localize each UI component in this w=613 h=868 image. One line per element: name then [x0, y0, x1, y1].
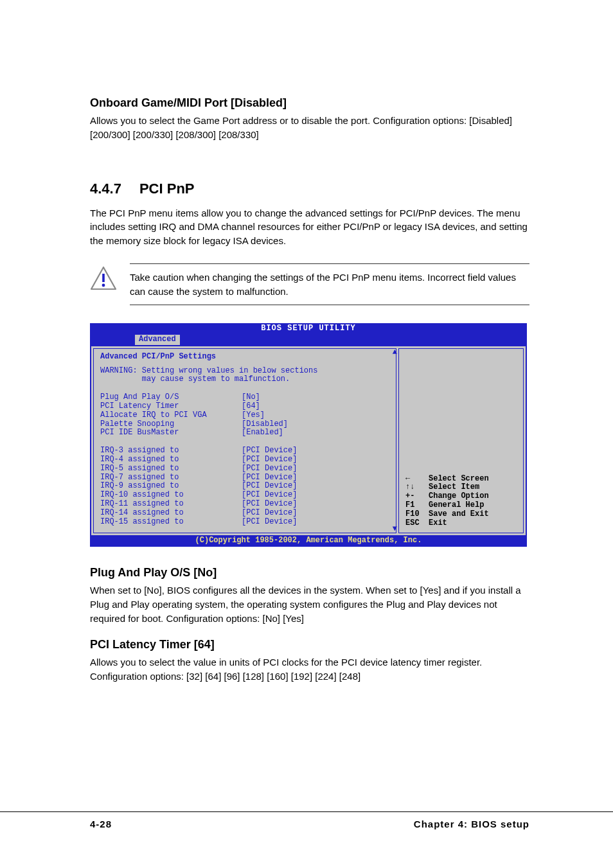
caution-icon — [90, 266, 117, 290]
bios-copyright: (C)Copyright 1985-2002, American Megatre… — [90, 535, 527, 547]
bios-nav-row: ESCExit — [405, 519, 518, 528]
bios-nav-row: ←Select Screen — [405, 475, 518, 484]
bios-setting-row: PCI IDE BusMaster[Enabled] — [100, 429, 389, 438]
bios-nav-row: F10Save and Exit — [405, 510, 518, 519]
bios-screenshot: BIOS SETUP UTILITY Advanced ▲ Advanced P… — [90, 323, 527, 547]
caution-box: Take caution when changing the settings … — [90, 263, 529, 306]
bios-irq-block: IRQ-3 assigned to[PCI Device] IRQ-4 assi… — [100, 447, 389, 526]
section-number: 4.4.7 — [90, 181, 121, 197]
bios-nav-row: F1General Help — [405, 501, 518, 510]
bios-setting-row: PCI Latency Timer[64] — [100, 402, 389, 411]
page-number: 4-28 — [90, 819, 112, 829]
bios-irq-row: IRQ-5 assigned to[PCI Device] — [100, 465, 389, 474]
chapter-label: Chapter 4: BIOS setup — [414, 819, 529, 829]
section-title: PCI PnP — [139, 181, 195, 197]
bios-right-pane: ←Select Screen ↑↓Select Item +-Change Op… — [398, 348, 524, 534]
bios-section-title: Advanced PCI/PnP Settings — [100, 353, 389, 362]
bios-title: BIOS SETUP UTILITY — [90, 323, 527, 335]
scroll-down-icon: ▼ — [393, 525, 397, 534]
body-pci-latency-timer: Allows you to select the value in units … — [90, 655, 529, 684]
heading-plug-and-play-os: Plug And Play O/S [No] — [90, 566, 529, 580]
bios-irq-row: IRQ-4 assigned to[PCI Device] — [100, 456, 389, 465]
bios-warning: WARNING: Setting wrong values in below s… — [100, 367, 389, 385]
bios-setting-row: Palette Snooping[Disabled] — [100, 420, 389, 429]
caution-text: Take caution when changing the settings … — [130, 263, 529, 306]
body-pci-pnp: The PCI PnP menu items allow you to chan… — [90, 206, 529, 248]
svg-rect-1 — [102, 274, 105, 282]
bios-tabbar: Advanced — [90, 335, 527, 346]
bios-irq-row: IRQ-15 assigned to[PCI Device] — [100, 518, 389, 527]
bios-nav-help: ←Select Screen ↑↓Select Item +-Change Op… — [405, 475, 518, 528]
page-content: Onboard Game/MIDI Port [Disabled] Allows… — [0, 0, 613, 684]
bios-irq-row: IRQ-14 assigned to[PCI Device] — [100, 509, 389, 518]
heading-pci-latency-timer: PCI Latency Timer [64] — [90, 638, 529, 651]
bios-setting-row: Allocate IRQ to PCI VGA[Yes] — [100, 411, 389, 420]
bios-irq-row: IRQ-3 assigned to[PCI Device] — [100, 447, 389, 456]
page-footer: 4-28 Chapter 4: BIOS setup — [0, 811, 613, 829]
bios-body: ▲ Advanced PCI/PnP Settings WARNING: Set… — [90, 346, 527, 536]
bios-irq-row: IRQ-11 assigned to[PCI Device] — [100, 500, 389, 509]
bios-irq-row: IRQ-9 assigned to[PCI Device] — [100, 482, 389, 491]
body-plug-and-play-os: When set to [No], BIOS configures all th… — [90, 583, 529, 625]
bios-settings-block: Plug And Play O/S[No] PCI Latency Timer[… — [100, 393, 389, 438]
scroll-up-icon: ▲ — [393, 348, 397, 357]
bios-nav-row: ↑↓Select Item — [405, 483, 518, 492]
body-onboard-game-midi: Allows you to select the Game Port addre… — [90, 114, 529, 142]
bios-nav-row: +-Change Option — [405, 492, 518, 501]
bios-setting-row: Plug And Play O/S[No] — [100, 393, 389, 402]
heading-onboard-game-midi: Onboard Game/MIDI Port [Disabled] — [90, 96, 529, 110]
bios-left-pane: ▲ Advanced PCI/PnP Settings WARNING: Set… — [93, 348, 396, 534]
bios-irq-row: IRQ-10 assigned to[PCI Device] — [100, 491, 389, 500]
bios-tab-advanced: Advanced — [135, 335, 180, 345]
svg-point-2 — [102, 283, 105, 287]
heading-pci-pnp: 4.4.7PCI PnP — [90, 181, 529, 197]
bios-irq-row: IRQ-7 assigned to[PCI Device] — [100, 474, 389, 483]
